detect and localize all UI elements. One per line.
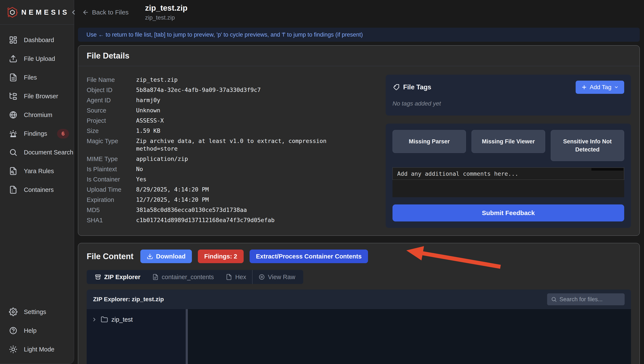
detail-label: Agent ID <box>87 96 136 104</box>
extract-process-container-button[interactable]: Extract/Process Container Contents <box>250 250 368 263</box>
tab-container-contents[interactable]: container_contents <box>146 270 220 284</box>
keyboard-hint-banner: Use ← to return to file list, [tab] to j… <box>78 28 640 42</box>
sidebar-item-label: Yara Rules <box>24 168 54 175</box>
sidebar-item-label: File Upload <box>24 55 55 62</box>
file-details-title: File Details <box>78 46 639 66</box>
sidebar: NEMESIS Dashboard File Upload Files File… <box>0 0 74 364</box>
detail-value: Unknown <box>136 106 360 114</box>
siren-icon <box>9 129 18 138</box>
tab-zip-explorer[interactable]: ZIP Explorer <box>89 270 146 284</box>
sidebar-item-label: Light Mode <box>24 346 55 353</box>
detail-row: SHA1 c1b017241d8989d137112168ea74f3c79d0… <box>87 215 375 225</box>
container-icon <box>9 186 18 194</box>
sidebar-item-findings[interactable]: Findings 6 <box>0 124 74 143</box>
detail-row: Project ASSESS-X <box>87 116 375 126</box>
detail-label: Object ID <box>87 86 136 94</box>
detail-value: harmj0y <box>136 96 360 104</box>
missing-file-viewer-button[interactable]: Missing File Viewer <box>472 130 545 153</box>
textarea-scrollbar-thumb[interactable] <box>591 168 623 170</box>
file-content-title: File Content <box>87 252 134 261</box>
sidebar-footer-nav: Settings Help Light Mode <box>0 302 74 364</box>
sensitive-info-not-detected-button[interactable]: Sensitive Info Not Detected <box>551 130 624 161</box>
sidebar-spacer <box>0 199 74 302</box>
tab-view-raw[interactable]: View Raw <box>253 270 301 284</box>
sun-icon <box>9 345 18 354</box>
plus-icon <box>581 84 587 90</box>
no-tags-text: No tags added yet <box>393 100 624 107</box>
sidebar-nav: Dashboard File Upload Files File Browser… <box>0 25 74 199</box>
zip-explorer-title: ZIP Explorer: zip_test.zip <box>93 296 164 303</box>
detail-value: 8/29/2025, 4:14:20 PM <box>136 186 360 194</box>
search-icon <box>9 148 18 156</box>
nemesis-logo-icon <box>7 6 18 18</box>
back-link-label: Back to Files <box>92 9 129 16</box>
detail-row: Upload Time 8/29/2025, 4:14:20 PM <box>87 184 375 195</box>
detail-value: application/zip <box>136 155 360 163</box>
sidebar-item-settings[interactable]: Settings <box>0 302 74 321</box>
content-tabs: ZIP Explorer container_contents Hex View… <box>87 270 303 284</box>
detail-label: SHA1 <box>87 216 136 224</box>
detail-value: 1.59 KB <box>136 127 360 135</box>
sidebar-item-dashboard[interactable]: Dashboard <box>0 31 74 49</box>
tab-hex[interactable]: Hex <box>220 270 252 284</box>
sidebar-item-chromium[interactable]: Chromium <box>0 106 74 124</box>
download-label: Download <box>156 253 186 260</box>
back-to-files-link[interactable]: Back to Files <box>82 9 137 16</box>
sidebar-item-yara-rules[interactable]: Yara Rules <box>0 162 74 180</box>
archive-icon <box>95 274 101 280</box>
detail-value: 5b8a874a-32ec-4afb-9a09-37a330d3f9c7 <box>136 86 360 94</box>
download-icon <box>147 253 153 260</box>
detail-value: Yes <box>136 176 360 183</box>
sidebar-item-help[interactable]: Help <box>0 321 74 340</box>
detail-row: Object ID 5b8a874a-32ec-4afb-9a09-37a330… <box>87 85 375 95</box>
file-preview-pane <box>188 309 631 364</box>
detail-value: 12/7/2025, 4:14:20 PM <box>136 196 360 204</box>
sidebar-item-label: Files <box>24 74 37 81</box>
details-right-column: File Tags Add Tag No tags added yet Miss… <box>386 75 631 228</box>
file-search-icon <box>9 167 18 175</box>
detail-row: Magic Type Zip archive data, at least v1… <box>87 136 375 154</box>
feedback-panel: Missing Parser Missing File Viewer Sensi… <box>386 124 631 228</box>
findings-count-button[interactable]: Findings: 2 <box>198 250 244 263</box>
sidebar-item-files[interactable]: Files <box>0 68 74 87</box>
missing-parser-button[interactable]: Missing Parser <box>393 130 466 153</box>
detail-row: Is Plaintext No <box>87 164 375 174</box>
detail-row: Expiration 12/7/2025, 4:14:20 PM <box>87 195 375 205</box>
page-title: zip_test.zip <box>145 4 187 12</box>
file-tags-panel: File Tags Add Tag No tags added yet <box>386 75 631 116</box>
detail-label: MD5 <box>87 206 136 214</box>
sidebar-item-containers[interactable]: Containers <box>0 180 74 199</box>
add-tag-label: Add Tag <box>590 84 611 91</box>
download-button[interactable]: Download <box>140 250 192 263</box>
search-icon <box>551 296 557 302</box>
gear-icon <box>9 308 18 316</box>
dashboard-icon <box>9 36 18 44</box>
detail-row: MIME Type application/zip <box>87 154 375 164</box>
detail-label: Expiration <box>87 196 136 204</box>
sidebar-item-light-mode[interactable]: Light Mode <box>0 340 74 359</box>
findings-count-badge: 6 <box>57 129 69 138</box>
detail-label: Is Container <box>87 176 136 183</box>
sidebar-item-label: Containers <box>24 186 54 194</box>
feedback-buttons-row: Missing Parser Missing File Viewer Sensi… <box>393 130 624 161</box>
detail-row: Size 1.59 KB <box>87 126 375 136</box>
detail-label: Source <box>87 106 136 114</box>
submit-feedback-button[interactable]: Submit Feedback <box>393 204 624 222</box>
file-text-icon <box>152 274 159 280</box>
tag-icon <box>393 84 400 91</box>
sidebar-item-file-upload[interactable]: File Upload <box>0 49 74 68</box>
tree-item-zip-test[interactable]: zip_test <box>87 313 186 326</box>
comments-textarea[interactable] <box>393 168 624 197</box>
detail-label: File Name <box>87 76 136 84</box>
sidebar-item-file-browser[interactable]: File Browser <box>0 87 74 106</box>
file-search-input[interactable] <box>559 296 621 303</box>
sidebar-item-document-search[interactable]: Document Search <box>0 143 74 162</box>
arrow-left-icon <box>82 9 89 16</box>
comments-textarea-wrap <box>393 168 624 197</box>
zip-explorer-panel: ZIP Explorer: zip_test.zip zip_test <box>87 290 631 364</box>
sidebar-item-label: Help <box>24 327 37 334</box>
tab-label: container_contents <box>162 274 214 280</box>
add-tag-button[interactable]: Add Tag <box>576 81 624 94</box>
pane-resize-handle[interactable] <box>186 309 188 364</box>
sidebar-item-label: File Browser <box>24 93 58 100</box>
